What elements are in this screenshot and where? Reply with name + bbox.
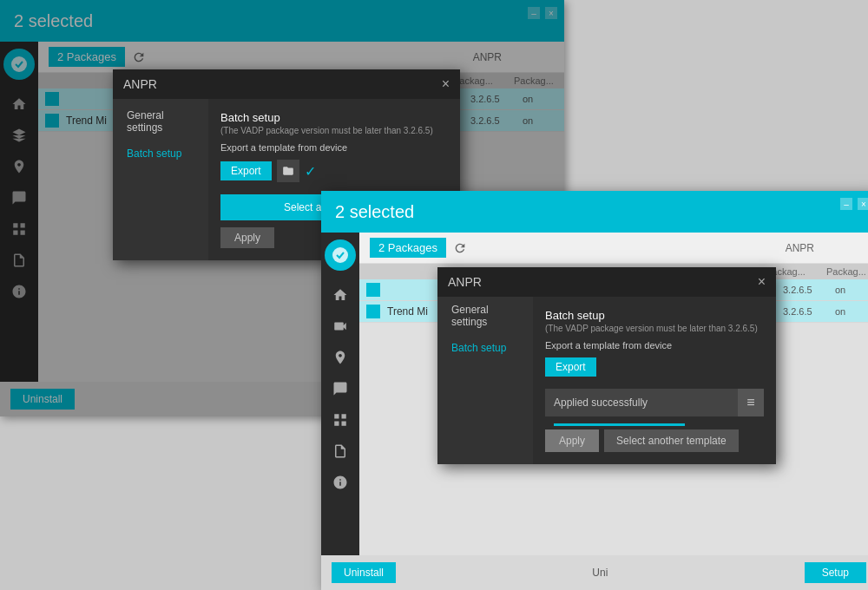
- app-logo2: [325, 239, 356, 271]
- window2-title: 2 selected: [335, 202, 414, 222]
- footer-text: Uni: [592, 567, 608, 579]
- svg-point-1: [332, 247, 348, 263]
- check-button[interactable]: ✓: [305, 163, 316, 180]
- window2-titlebar: 2 selected – ×: [321, 191, 868, 233]
- anpr-col-label2: ANPR: [786, 242, 814, 254]
- row2b-status: on: [835, 306, 868, 317]
- dialog2-close-button[interactable]: ×: [758, 274, 766, 290]
- dialog1-nav: General settings Batch setup: [113, 99, 208, 260]
- sidebar2-item-home[interactable]: [325, 281, 356, 309]
- select-another-button[interactable]: Select another template: [604, 429, 739, 452]
- nav2-general-settings[interactable]: General settings: [437, 297, 533, 335]
- applied-menu-button[interactable]: ≡: [738, 389, 764, 416]
- uninstall-button2[interactable]: Uninstall: [332, 562, 396, 583]
- export-label2: Export a template from device: [545, 340, 764, 351]
- window2-controls: – ×: [840, 198, 868, 210]
- sidebar2-item-location[interactable]: [325, 344, 356, 371]
- export-button2[interactable]: Export: [545, 357, 596, 377]
- batch-title: Batch setup: [220, 111, 448, 124]
- window2: 2 selected – ×: [321, 191, 868, 590]
- progress-bar: [554, 423, 685, 426]
- w2-close-button[interactable]: ×: [858, 198, 868, 210]
- applied-input: [545, 390, 738, 416]
- apply-button2[interactable]: Apply: [545, 429, 599, 452]
- row2-status: on: [835, 285, 868, 295]
- apply-button[interactable]: Apply: [220, 227, 274, 248]
- applied-row: ≡: [545, 389, 764, 416]
- row2-checkbox[interactable]: [366, 283, 380, 297]
- w2-minimize-button[interactable]: –: [840, 198, 852, 210]
- dialog2: ANPR × General settings Batch setup Batc…: [437, 267, 776, 464]
- window2-footer: Uninstall Uni Setup: [321, 555, 868, 590]
- dialog2-content-area: Batch setup (The VADP package version mu…: [533, 297, 776, 464]
- batch-sub: (The VADP package version must be later …: [220, 126, 448, 135]
- dialog2-title: ANPR: [448, 275, 482, 289]
- window2-main: 2 Packages ANPR Packag... Packag... 3.2.…: [359, 233, 868, 555]
- window2-body: 2 Packages ANPR Packag... Packag... 3.2.…: [321, 233, 868, 555]
- batch-title2: Batch setup: [545, 309, 764, 322]
- sidebar2-item-info[interactable]: [325, 469, 356, 496]
- refresh-icon2[interactable]: [453, 241, 467, 255]
- sidebar2-item-chat[interactable]: [325, 375, 356, 403]
- nav2-batch-setup[interactable]: Batch setup: [437, 335, 533, 361]
- nav-batch-setup[interactable]: Batch setup: [113, 141, 208, 167]
- sidebar2-item-camera[interactable]: [325, 312, 356, 340]
- setup-button[interactable]: Setup: [805, 562, 866, 583]
- dialog2-nav: General settings Batch setup: [437, 297, 533, 464]
- dialog1-title: ANPR: [123, 77, 157, 91]
- dialog1-header: ANPR ×: [113, 69, 460, 99]
- export-actions: Export ✓: [220, 160, 448, 182]
- export-label: Export a template from device: [220, 142, 448, 153]
- applied-section: ≡ Apply Select another template: [545, 389, 764, 452]
- pkg-col2-header2: Packag...: [826, 266, 868, 277]
- packages-tab2[interactable]: 2 Packages: [370, 238, 446, 258]
- export-actions2: Export: [545, 357, 764, 377]
- row2b-checkbox[interactable]: [366, 305, 380, 318]
- sidebar2-item-grid[interactable]: [325, 406, 356, 434]
- batch-sub2: (The VADP package version must be later …: [545, 324, 764, 333]
- sidebar2: [321, 233, 359, 555]
- row2b-version: 3.2.6.5: [783, 306, 835, 317]
- folder-button[interactable]: [277, 160, 299, 182]
- row2-version: 3.2.6.5: [783, 285, 835, 295]
- packages-bar2: 2 Packages ANPR: [359, 233, 868, 264]
- dialog2-body: General settings Batch setup Batch setup…: [437, 297, 776, 464]
- dialog2-btn-row: Apply Select another template: [545, 429, 764, 452]
- nav-general-settings[interactable]: General settings: [113, 102, 208, 141]
- dialog1-close-button[interactable]: ×: [442, 76, 450, 92]
- sidebar2-item-document[interactable]: [325, 437, 356, 465]
- logo-icon2: [331, 246, 350, 265]
- export-button[interactable]: Export: [220, 161, 272, 180]
- dialog2-header: ANPR ×: [437, 267, 776, 297]
